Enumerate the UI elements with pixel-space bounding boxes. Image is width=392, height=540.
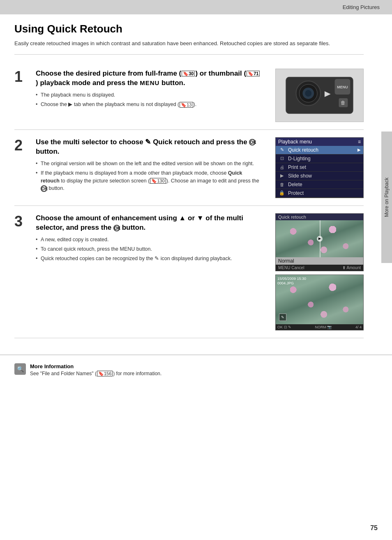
- ok-btn-2: OK: [249, 139, 256, 145]
- pm-item-delete[interactable]: 🗑 Delete: [276, 180, 363, 189]
- step-1: 1 Choose the desired picture from full-f…: [14, 61, 364, 130]
- step-2-image: Playback menu ≡ ✎ Quick retouch ▶ ⊡ D-Li…: [269, 137, 364, 198]
- step-3-title: Choose the amount of enhancement using ▲…: [36, 213, 261, 233]
- pb-norm-label: NORM 📷: [315, 325, 332, 329]
- info-title: More Information: [30, 363, 161, 369]
- pm-scroll: ≡: [358, 139, 361, 145]
- step-2-bullet-2: If the playback menu is displayed from a…: [36, 169, 261, 192]
- step-2-bullets: The original version will be shown on th…: [36, 160, 261, 192]
- pb-date: 15/05/2009 15:30: [277, 277, 306, 282]
- step-3-bullet-2: To cancel quick retouch, press the MENU …: [36, 245, 261, 253]
- pm-item-quick-retouch[interactable]: ✎ Quick retouch ▶: [276, 146, 363, 155]
- step-2: 2 Use the multi selector to choose ✎ Qui…: [14, 130, 364, 206]
- info-text: See "File and Folder Names" (🔖156) for m…: [30, 371, 161, 377]
- info-content: More Information See "File and Folder Na…: [30, 363, 161, 377]
- step-1-bullets: The playback menu is displayed. Choose t…: [36, 91, 261, 108]
- step-3-bullet-1: A new, edited copy is created.: [36, 236, 261, 244]
- qr-display: Quick retouch ▶ Normal MENU Cancel ⬆ Amo…: [275, 213, 364, 271]
- camera-box: MENU 🗑: [275, 69, 364, 122]
- step-3-bullets: A new, edited copy is created. To cancel…: [36, 236, 261, 262]
- ok-btn-3: OK: [113, 225, 120, 231]
- pm-item-dlighting[interactable]: ⊡ D-Lighting: [276, 155, 363, 163]
- qr-title-bar: Quick retouch: [276, 214, 363, 220]
- ref-156: 🔖156: [97, 371, 113, 376]
- step-1-number: 1: [14, 69, 28, 122]
- step-1-bullet-1: The playback menu is displayed.: [36, 91, 261, 99]
- ref-71: 🔖71: [247, 71, 260, 76]
- main-content: Using Quick Retouch Easily create retouc…: [0, 14, 378, 346]
- pm-icon-dlighting: ⊡: [278, 156, 286, 162]
- pm-item-protect[interactable]: 🔒 Protect: [276, 189, 363, 198]
- pm-label-retouch: Quick retouch: [288, 147, 318, 153]
- camera-svg: MENU 🗑: [276, 69, 363, 122]
- step-3-image: Quick retouch ▶ Normal MENU Cancel ⬆ Amo…: [269, 213, 364, 330]
- ref-30: 🔖30: [182, 71, 195, 76]
- step-2-title: Use the multi selector to choose ✎ Quick…: [36, 137, 261, 157]
- pm-item-slideshow[interactable]: ▶ Slide show: [276, 172, 363, 180]
- pm-label-print: Print set: [288, 164, 306, 170]
- step-3-body: Choose the amount of enhancement using ▲…: [36, 213, 261, 330]
- svg-text:MENU: MENU: [337, 85, 348, 89]
- pb-frame-info: 4/ 4: [355, 325, 362, 329]
- pm-label-slideshow: Slide show: [288, 173, 312, 179]
- pm-label-delete: Delete: [288, 182, 302, 187]
- pb-ok-info: OK ⊡ ✎: [277, 325, 291, 329]
- intro-text: Easily create retouched images in which …: [14, 39, 364, 55]
- pb-filename: 0004.JPG: [277, 281, 306, 286]
- ref-13: 🔖13: [180, 102, 193, 108]
- sidebar-tab: More on Playback: [381, 132, 392, 263]
- step-2-body: Use the multi selector to choose ✎ Quick…: [36, 137, 261, 198]
- step-1-image: MENU 🗑: [269, 69, 364, 122]
- pm-icon-print: 🖨: [278, 164, 286, 170]
- playback-menu-box: Playback menu ≡ ✎ Quick retouch ▶ ⊡ D-Li…: [275, 137, 364, 198]
- sidebar-tab-label: More on Playback: [384, 178, 390, 217]
- header-title: Editing Pictures: [343, 4, 380, 10]
- qr-arrow: ▶: [317, 236, 323, 242]
- step-2-bullet-1: The original version will be shown on th…: [36, 160, 261, 168]
- pm-label-dlighting: D-Lighting: [288, 156, 311, 162]
- pb-display: 15/05/2009 15:30 0004.JPG ✎ OK ⊡ ✎ NORM …: [275, 275, 364, 330]
- info-icon: 🔍: [14, 363, 26, 375]
- bottom-section: 🔍 More Information See "File and Folder …: [0, 355, 392, 385]
- pm-item-print[interactable]: 🖨 Print set: [276, 163, 363, 172]
- svg-point-5: [305, 90, 311, 97]
- page-header: Editing Pictures: [0, 0, 392, 14]
- menu-key-1: MENU: [140, 79, 159, 86]
- pb-image-area: 15/05/2009 15:30 0004.JPG ✎: [276, 275, 363, 324]
- step-1-body: Choose the desired picture from full-fra…: [36, 69, 261, 122]
- pm-icon-slideshow: ▶: [278, 173, 286, 179]
- pm-icon-delete: 🗑: [278, 182, 286, 187]
- pm-icon-retouch: ✎: [278, 147, 286, 153]
- main-title: Using Quick Retouch: [14, 23, 364, 35]
- qr-cancel-label: MENU Cancel: [278, 265, 304, 270]
- pm-arrow-retouch: ▶: [357, 148, 361, 152]
- qr-image-area: ▶: [276, 220, 363, 257]
- page: Editing Pictures More on Playback Using …: [0, 0, 392, 540]
- qr-controls-bar: MENU Cancel ⬆ Amount: [276, 265, 363, 271]
- qr-amount-label: ⬆ Amount: [342, 265, 361, 270]
- pm-label-protect: Protect: [288, 190, 304, 196]
- svg-text:🗑: 🗑: [341, 99, 346, 105]
- page-number: 75: [370, 524, 378, 532]
- pb-icon-badge: ✎: [279, 314, 286, 321]
- step-3-bullet-3: Quick retouched copies can be recognized…: [36, 255, 261, 263]
- step-3-number: 3: [14, 213, 28, 330]
- pm-header: Playback menu ≡: [276, 138, 363, 146]
- step-1-title: Choose the desired picture from full-fra…: [36, 69, 261, 88]
- ref-130a: 🔖130: [150, 178, 166, 184]
- step-2-number: 2: [14, 137, 28, 198]
- pb-bottom-bar: OK ⊡ ✎ NORM 📷 4/ 4: [276, 324, 363, 330]
- pm-icon-protect: 🔒: [278, 190, 286, 196]
- menu-key-3: MENU: [120, 246, 135, 252]
- qr-label-bar: Normal: [276, 257, 363, 265]
- step-3: 3 Choose the amount of enhancement using…: [14, 206, 364, 338]
- pm-title: Playback menu: [278, 139, 312, 145]
- pb-timestamp: 15/05/2009 15:30 0004.JPG: [277, 277, 306, 286]
- ok-btn-2b: OK: [41, 185, 47, 192]
- step-1-bullet-2: Choose the ▶ tab when the playback menu …: [36, 101, 261, 108]
